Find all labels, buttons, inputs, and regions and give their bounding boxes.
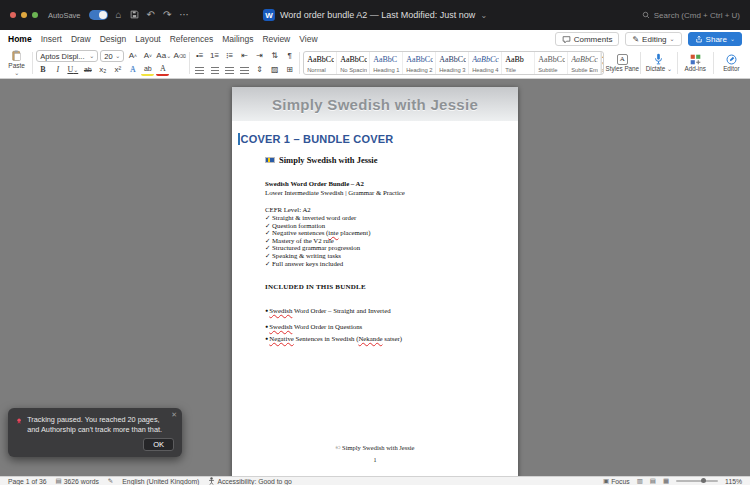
document-title[interactable]: Word order bundle A2 — Last Modified: Ju… bbox=[280, 10, 475, 20]
proofing-icon[interactable]: ✎ bbox=[108, 477, 113, 485]
align-left-button[interactable] bbox=[193, 64, 206, 76]
share-button[interactable]: Share ⌄ bbox=[688, 32, 742, 46]
styles-scroll-up-icon[interactable]: ▴ bbox=[602, 53, 604, 59]
undo-icon[interactable]: ↶ bbox=[147, 10, 155, 20]
bullets-button[interactable]: •≡ bbox=[193, 50, 206, 62]
style-name: Title bbox=[505, 66, 532, 74]
increase-indent-button[interactable]: ⇥ bbox=[253, 50, 266, 62]
shading-button[interactable]: ▨ bbox=[268, 64, 281, 76]
font-color-button[interactable]: A bbox=[156, 64, 169, 76]
numbering-button[interactable]: 1≡ bbox=[208, 50, 221, 62]
tab-review[interactable]: Review bbox=[262, 34, 290, 44]
tab-mailings[interactable]: Mailings bbox=[222, 34, 253, 44]
change-case-button[interactable]: Aa⌄ bbox=[156, 50, 171, 62]
save-icon[interactable] bbox=[130, 10, 139, 21]
title-chevron-icon[interactable]: ⌄ bbox=[480, 11, 487, 20]
clear-formatting-button[interactable]: A⌫ bbox=[173, 50, 186, 62]
save-icon-glyph bbox=[130, 10, 139, 19]
font-size-select[interactable]: 20⌄ bbox=[100, 50, 124, 62]
justify-button[interactable] bbox=[238, 64, 251, 76]
superscript-button[interactable]: x² bbox=[111, 64, 124, 76]
styles-pane-button[interactable]: A Styles Pane bbox=[607, 50, 637, 76]
text-run: Sentences in Swedish ( bbox=[294, 335, 359, 342]
word-count[interactable]: ▤ 3626 words bbox=[56, 477, 99, 485]
align-center-button[interactable] bbox=[208, 64, 221, 76]
highlight-color-button[interactable]: ab bbox=[141, 64, 154, 76]
language-indicator[interactable]: English (United Kingdom) bbox=[122, 478, 199, 485]
multilevel-list-button[interactable]: ⁝≡ bbox=[223, 50, 236, 62]
style-normal[interactable]: AaBbCcDdENormal bbox=[304, 52, 337, 74]
editor-button[interactable]: Editor bbox=[717, 50, 746, 76]
style-title[interactable]: AaBbTitle bbox=[502, 52, 535, 74]
strikethrough-button[interactable]: ab bbox=[81, 64, 94, 76]
style-heading-2[interactable]: AaBbCcDHeading 2 bbox=[403, 52, 436, 74]
tab-view[interactable]: View bbox=[299, 34, 317, 44]
page[interactable]: Simply Swedish with Jessie COVER 1 – BUN… bbox=[232, 87, 518, 476]
shrink-font-button[interactable]: A˅ bbox=[141, 50, 154, 62]
search-box[interactable]: Search (Cmd + Ctrl + U) bbox=[642, 11, 740, 20]
ribbon-tab-bar: HomeInsertDrawDesignLayoutReferencesMail… bbox=[8, 34, 318, 44]
maximize-window-button[interactable] bbox=[32, 12, 38, 18]
redo-icon[interactable]: ↷ bbox=[163, 10, 171, 20]
show-formatting-button[interactable]: ¶ bbox=[283, 50, 296, 62]
tab-design[interactable]: Design bbox=[100, 34, 126, 44]
read-mode-icon[interactable]: ▥ bbox=[637, 477, 643, 485]
styles-more-icon[interactable]: ≡ bbox=[602, 67, 604, 73]
text-effects-button[interactable]: A bbox=[126, 64, 139, 76]
minimize-window-button[interactable] bbox=[21, 12, 27, 18]
close-window-button[interactable] bbox=[10, 12, 16, 18]
decrease-indent-button[interactable]: ⇤ bbox=[238, 50, 251, 62]
focus-toggle[interactable]: ▣ Focus bbox=[603, 477, 630, 485]
subscript-button[interactable]: x₂ bbox=[96, 64, 109, 76]
tab-draw[interactable]: Draw bbox=[71, 34, 91, 44]
autosave-toggle[interactable] bbox=[89, 10, 108, 20]
add-ins-button[interactable]: Add-ins bbox=[681, 50, 710, 76]
tab-layout[interactable]: Layout bbox=[135, 34, 161, 44]
underline-button[interactable]: U⌄ bbox=[66, 64, 79, 76]
misspelled-word: Negative bbox=[269, 335, 294, 342]
line-spacing-button[interactable]: ⇕ bbox=[253, 64, 266, 76]
style-heading-4[interactable]: AaBbCcDdEHeading 4 bbox=[469, 52, 502, 74]
italic-button[interactable]: I bbox=[51, 64, 64, 76]
search-icon bbox=[642, 11, 650, 19]
paste-button[interactable]: Paste ⌄ bbox=[4, 50, 29, 76]
accessibility-status[interactable]: Accessibility: Good to go bbox=[208, 477, 291, 485]
style-heading-1[interactable]: AaBbCHeading 1 bbox=[370, 52, 403, 74]
toast-close-icon[interactable]: ✕ bbox=[171, 411, 177, 419]
toast-ok-button[interactable]: OK bbox=[143, 438, 174, 451]
text-run: Full answer keys included bbox=[272, 260, 343, 267]
tab-references[interactable]: References bbox=[170, 34, 213, 44]
zoom-level[interactable]: 115% bbox=[725, 478, 742, 485]
dictate-button[interactable]: Dictate ⌄ bbox=[644, 50, 673, 76]
feature-item: ✓ Negative sentences (inte placement) bbox=[265, 229, 370, 237]
style-subtitle[interactable]: AaBbCcDSubtitle bbox=[535, 52, 568, 74]
borders-button[interactable]: ⊞ bbox=[283, 64, 296, 76]
group-divider bbox=[677, 52, 678, 74]
styles-scroll-down-icon[interactable]: ▾ bbox=[602, 60, 604, 66]
sort-button[interactable]: ⇅ bbox=[268, 50, 281, 62]
style-subtle-emph-[interactable]: AaBbCcDdESubtle Emph... bbox=[568, 52, 601, 74]
page-indicator[interactable]: Page 1 of 36 bbox=[8, 478, 47, 485]
align-right-button[interactable] bbox=[223, 64, 236, 76]
zoom-slider[interactable] bbox=[676, 480, 718, 482]
style-heading-3[interactable]: AaBbCcDdHeading 3 bbox=[436, 52, 469, 74]
font-name-select[interactable]: Aptos Displ...⌄ bbox=[36, 50, 98, 62]
toggle-knob bbox=[99, 11, 107, 19]
web-layout-icon[interactable]: ▦ bbox=[663, 477, 669, 485]
zoom-slider-thumb[interactable] bbox=[701, 478, 706, 483]
tab-insert[interactable]: Insert bbox=[41, 34, 62, 44]
grow-font-button[interactable]: A˄ bbox=[126, 50, 139, 62]
document-title-area[interactable]: W Word order bundle A2 — Last Modified: … bbox=[263, 9, 487, 21]
comments-button[interactable]: Comments bbox=[555, 32, 620, 46]
style-no-spacing[interactable]: AaBbCcDdENo Spacing bbox=[337, 52, 370, 74]
bold-button[interactable]: B bbox=[36, 64, 49, 76]
accessibility-icon bbox=[208, 477, 215, 485]
more-commands-icon[interactable]: ⋯ bbox=[179, 10, 189, 20]
word-count-icon: ▤ bbox=[56, 477, 62, 485]
style-sample: AaBbCcDd bbox=[439, 53, 466, 66]
home-icon[interactable]: ⌂ bbox=[116, 10, 122, 20]
editing-mode-dropdown[interactable]: ✎ Editing ⌄ bbox=[625, 32, 681, 46]
print-layout-icon[interactable]: ▤ bbox=[650, 477, 656, 485]
share-icon bbox=[695, 35, 703, 43]
tab-home[interactable]: Home bbox=[8, 34, 32, 44]
